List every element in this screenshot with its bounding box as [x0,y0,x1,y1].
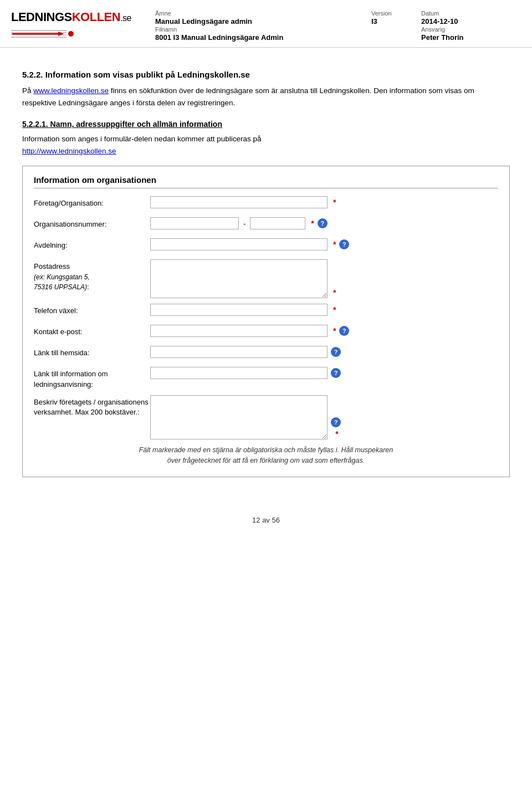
filnamn-value: 8001 I3 Manual Ledningsägare Admin [155,33,366,42]
logo-se: .se [120,13,131,23]
ansvarig-value: Peter Thorin [421,33,510,42]
sub-heading: 5.2.2.1. Namn, adressuppgifter och allmä… [22,120,510,129]
required-star-4: * [333,305,336,314]
input-organisationsnummer-part2[interactable] [250,217,305,229]
label-epost: Kontakt e-post: [34,325,150,337]
label-postadress-example: (ex: Kungsgatan 5,75316 UPPSALA) [34,273,90,291]
help-icon-epost[interactable]: ? [339,326,349,336]
textarea-verksamhet[interactable] [150,395,328,439]
form-row-epost: Kontakt e-post: * ? [34,325,498,340]
logo-lednings: LEDNINGS [11,10,72,24]
body-link[interactable]: http://www.ledningskollen.se [22,147,116,155]
input-telefon[interactable] [150,304,328,316]
required-star-0: * [333,198,336,207]
footnote-line2: över frågetecknet för att få en förklari… [167,457,365,464]
page-number: 12 av 56 [252,516,280,524]
input-area-hemsida: ? [150,346,498,358]
form-row-postadress: Postadress(ex: Kungsgatan 5,75316 UPPSAL… [34,259,498,298]
logo-text: LEDNINGSKOLLEN.se [11,10,131,24]
help-icon-hemsida[interactable]: ? [331,347,341,357]
body-text1: Information som anges i formulär-delen n… [22,133,510,157]
label-foretagorganisation: Företag/Organisation: [34,196,150,208]
form-box: Information om organisationen Företag/Or… [22,166,510,477]
required-star-1: * [311,219,314,228]
label-ledningsanvisning: Länk till information om ledningsanvisni… [34,367,150,389]
required-star-5: * [333,326,336,335]
svg-marker-5 [58,32,64,36]
page-footer: 12 av 56 [0,505,532,541]
logo-kollen: KOLLEN [72,10,120,24]
footnote: Fält markerade med en stjärna är obligat… [34,445,498,466]
input-area-organisationsnummer: - * ? [150,217,498,229]
section-heading: 5.2.2. Information som visas publikt på … [22,70,510,79]
input-avdelning[interactable] [150,238,328,250]
required-star-2: * [333,240,336,249]
datum-label: Datum [421,10,510,17]
input-area-epost: * ? [150,325,498,337]
logo-area: LEDNINGSKOLLEN.se [11,10,144,42]
input-area-foretagorganisation: * [150,196,498,208]
footnote-line1: Fält markerade med en stjärna är obligat… [139,446,393,454]
input-ledningsanvisning[interactable] [150,367,328,379]
label-telefon: Telefon växel: [34,304,150,316]
version-label: Version [371,10,416,17]
form-row-verksamhet: Beskriv företagets / organisationens ver… [34,395,498,439]
help-icon-verksamhet[interactable]: ? [331,417,341,427]
input-organisationsnummer-part1[interactable] [150,217,239,229]
form-row-organisationsnummer: Organisationsnummer: - * ? [34,217,498,233]
textarea-postadress[interactable] [150,259,328,298]
input-area-avdelning: * ? [150,238,498,250]
input-area-verksamhet: ? * [150,395,498,439]
input-epost[interactable] [150,325,328,337]
help-icon-organisationsnummer[interactable]: ? [318,218,328,228]
amne-value: Manual Ledingsägare admin [155,17,366,25]
intro-link[interactable]: www.ledningskollen.se [33,86,109,95]
intro-paragraph: På www.ledningskollen.se finns en sökfun… [22,85,510,109]
version-value: I3 [371,17,416,25]
label-organisationsnummer: Organisationsnummer: [34,217,150,229]
amne-label: Ämne [155,10,366,17]
form-row-foretagorganisation: Företag/Organisation: * [34,196,498,212]
filnamn-label: Filnamn [155,26,366,33]
intro-part1: På [22,86,33,95]
input-area-postadress: * [150,259,498,298]
label-avdelning: Avdelning: [34,238,150,250]
main-content: 5.2.2. Information som visas publikt på … [0,48,532,505]
logo-decoration [11,28,144,42]
form-row-hemsida: Länk till hemsida: ? [34,346,498,361]
help-icon-avdelning[interactable]: ? [339,239,349,249]
datum-value: 2014-12-10 [421,17,510,25]
ansvarig-label: Ansvarig [421,26,510,33]
input-area-ledningsanvisning: ? [150,367,498,379]
dash-separator: - [243,219,245,228]
label-hemsida: Länk till hemsida: [34,346,150,358]
label-postadress: Postadress(ex: Kungsgatan 5,75316 UPPSAL… [34,259,150,292]
page-header: LEDNINGSKOLLEN.se Ämne Version Datum Man… [0,0,532,48]
required-star-3: * [333,288,336,297]
form-box-title: Information om organisationen [34,175,498,188]
header-meta: Ämne Version Datum Manual Ledingsägare a… [144,10,510,42]
input-foretagorganisation[interactable] [150,196,328,208]
form-row-avdelning: Avdelning: * ? [34,238,498,254]
form-row-telefon: Telefon växel: * [34,304,498,319]
logo: LEDNINGSKOLLEN.se [11,10,144,24]
label-verksamhet: Beskriv företagets / organisationens ver… [34,395,150,417]
help-icon-ledningsanvisning[interactable]: ? [331,368,341,378]
input-hemsida[interactable] [150,346,328,358]
input-area-telefon: * [150,304,498,316]
required-star-8: * [335,429,338,438]
svg-point-6 [68,31,74,37]
form-row-ledningsanvisning: Länk till information om ledningsanvisni… [34,367,498,389]
